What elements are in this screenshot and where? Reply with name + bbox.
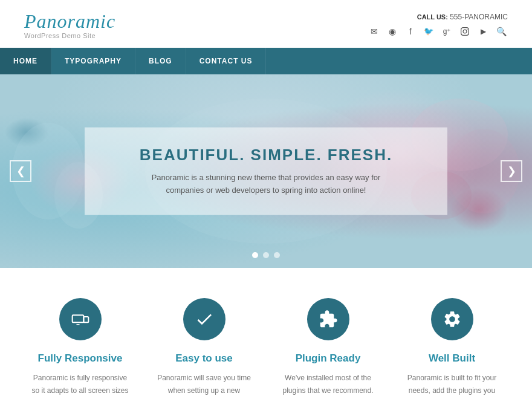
facebook-icon[interactable]: f — [404, 25, 417, 38]
header-right: CALL US: 555-PANORAMIC ✉ ◉ f 🐦 g⁺ ▶ 🔍 — [368, 13, 508, 38]
feature-responsive-desc: Panoramic is fully responsive so it adap… — [30, 372, 130, 399]
call-label: CALL US: — [417, 13, 448, 21]
googleplus-icon[interactable]: g⁺ — [440, 25, 453, 38]
hero-slider: BEAUTIFUL. SIMPLE. FRESH. Panoramic is a… — [0, 74, 532, 268]
feature-plugin-desc: We've installed most of the plugins that… — [278, 372, 378, 399]
logo-tagline: WordPress Demo Site — [24, 32, 115, 39]
twitter-icon[interactable]: 🐦 — [422, 25, 435, 38]
call-number: 555-PANORAMIC — [450, 13, 508, 21]
feature-plugin: Plugin Ready We've installed most of the… — [272, 298, 384, 399]
logo-area: Panoramic WordPress Demo Site — [24, 11, 115, 39]
search-icon[interactable]: 🔍 — [495, 25, 508, 38]
feature-responsive-title: Fully Responsive — [30, 352, 130, 365]
svg-rect-8 — [76, 324, 79, 325]
youtube-icon[interactable]: ▶ — [476, 25, 490, 38]
check-icon — [195, 310, 214, 329]
hero-overlay: BEAUTIFUL. SIMPLE. FRESH. Panoramic is a… — [85, 128, 447, 215]
feature-plugin-icon-wrap — [307, 298, 349, 340]
nav-item-home[interactable]: HOME — [0, 48, 51, 74]
slider-dot-1[interactable] — [252, 252, 258, 258]
feature-responsive: Fully Responsive Panoramic is fully resp… — [24, 298, 136, 399]
slider-prev-button[interactable]: ❮ — [10, 160, 31, 182]
feature-easy-desc: Panoramic will save you time when settin… — [154, 372, 254, 399]
slider-dot-2[interactable] — [263, 252, 269, 258]
feature-plugin-title: Plugin Ready — [278, 352, 378, 365]
nav-item-contact[interactable]: CONTACT US — [186, 48, 267, 74]
slider-next-button[interactable]: ❯ — [501, 160, 522, 182]
feature-wellbuilt-title: Well Built — [402, 352, 502, 365]
feature-responsive-icon-wrap — [59, 298, 102, 340]
navigation: HOME TYPOGRAPHY BLOG CONTACT US — [0, 48, 532, 74]
hero-title: BEAUTIFUL. SIMPLE. FRESH. — [133, 146, 399, 164]
slider-dots — [252, 252, 280, 258]
plugin-icon — [319, 310, 338, 329]
logo[interactable]: Panoramic — [24, 11, 115, 32]
feature-easy-title: Easy to use — [154, 352, 254, 365]
hero-subtitle: Panoramic is a stunning new theme that p… — [133, 172, 399, 197]
feature-easy: Easy to use Panoramic will save you time… — [148, 298, 260, 399]
skype-icon[interactable]: ◉ — [386, 25, 399, 38]
feature-wellbuilt-desc: Panoramic is built to fit your needs, ad… — [402, 372, 502, 399]
feature-easy-icon-wrap — [183, 298, 225, 340]
slider-dot-3[interactable] — [274, 252, 280, 258]
feature-wellbuilt-icon-wrap — [431, 298, 473, 340]
responsive-icon — [71, 310, 90, 329]
nav-item-typography[interactable]: TYPOGRAPHY — [51, 48, 135, 74]
email-icon[interactable]: ✉ — [368, 25, 381, 38]
gear-icon — [443, 310, 462, 329]
nav-item-blog[interactable]: BLOG — [135, 48, 186, 74]
feature-wellbuilt: Well Built Panoramic is built to fit you… — [396, 298, 508, 399]
features-section: Fully Responsive Panoramic is fully resp… — [0, 268, 532, 399]
header: Panoramic WordPress Demo Site CALL US: 5… — [0, 0, 532, 48]
camera-icon[interactable] — [458, 25, 472, 38]
call-us: CALL US: 555-PANORAMIC — [368, 13, 508, 21]
social-icons: ✉ ◉ f 🐦 g⁺ ▶ 🔍 — [368, 25, 508, 38]
